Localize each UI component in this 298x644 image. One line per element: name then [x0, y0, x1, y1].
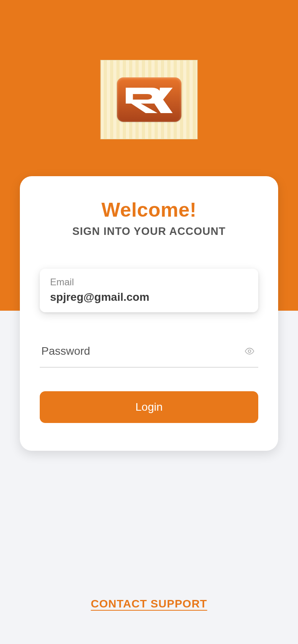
brand-logo — [117, 77, 181, 122]
contact-support-link[interactable]: CONTACT SUPPORT — [91, 598, 207, 610]
login-button[interactable]: Login — [40, 391, 258, 423]
logo-container — [101, 60, 198, 139]
password-field-wrapper[interactable] — [40, 341, 258, 367]
email-field-wrapper[interactable]: Email — [40, 269, 258, 312]
email-label: Email — [50, 277, 248, 288]
email-input[interactable] — [50, 291, 248, 304]
password-input[interactable] — [41, 345, 239, 358]
login-card: Welcome! SIGN INTO YOUR ACCOUNT Email Lo… — [20, 176, 278, 451]
subtitle-text: SIGN INTO YOUR ACCOUNT — [40, 225, 258, 238]
rk-logo-icon — [123, 84, 175, 115]
welcome-heading: Welcome! — [40, 198, 258, 221]
eye-icon — [244, 346, 255, 356]
toggle-password-visibility-button[interactable] — [243, 345, 256, 358]
svg-point-0 — [248, 350, 251, 353]
